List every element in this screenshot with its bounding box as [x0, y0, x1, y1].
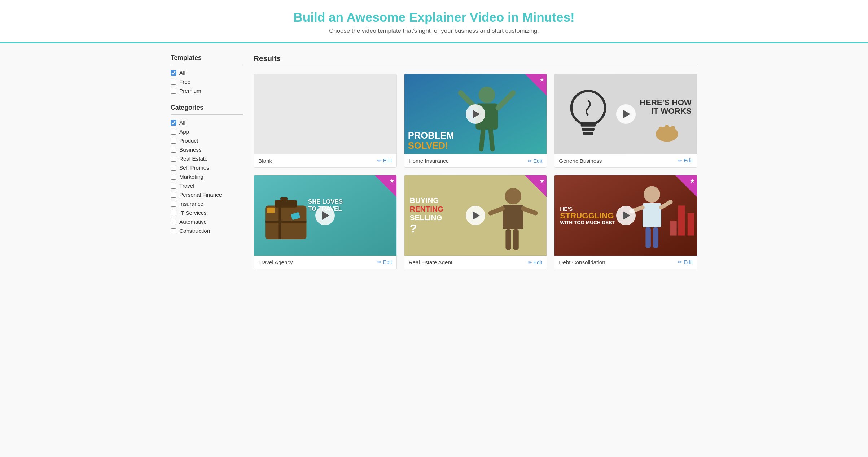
svg-rect-11 [583, 132, 593, 135]
card-debt-label: Debt Consolidation [559, 259, 605, 265]
card-travel-agency[interactable]: SHE LOVES TO TRAVEL ★ Travel Agency ✏ Ed… [254, 175, 397, 269]
premium-badge: ★ [675, 175, 697, 197]
svg-rect-20 [279, 205, 281, 239]
cat-construction-checkbox[interactable] [171, 228, 176, 234]
svg-rect-36 [646, 227, 651, 248]
cat-self-promos-checkbox[interactable] [171, 165, 176, 171]
svg-rect-9 [581, 122, 596, 126]
cat-product-checkbox[interactable] [171, 138, 176, 144]
template-free-checkbox[interactable] [171, 79, 176, 85]
svg-rect-26 [503, 205, 523, 229]
cat-personal-finance[interactable]: Personal Finance [171, 192, 243, 198]
star-icon: ★ [389, 178, 394, 184]
card-blank-footer: Blank ✏ Edit [254, 154, 396, 167]
card-real-estate-edit[interactable]: ✏ Edit [528, 260, 543, 265]
svg-rect-33 [643, 203, 661, 227]
cat-business-checkbox[interactable] [171, 147, 176, 153]
card-generic-business-label: Generic Business [559, 158, 602, 164]
cat-insurance-checkbox[interactable] [171, 201, 176, 207]
cat-business-label: Business [179, 147, 202, 153]
edit-label: Edit [534, 158, 543, 164]
card-blank-label: Blank [258, 158, 272, 164]
cat-insurance-label: Insurance [179, 201, 203, 207]
cat-all-checkbox[interactable] [171, 120, 176, 126]
cat-self-promos[interactable]: Self Promos [171, 165, 243, 171]
template-premium-checkbox[interactable] [171, 88, 176, 94]
svg-rect-30 [513, 229, 519, 250]
results-grid: Blank ✏ Edit [254, 74, 697, 269]
cat-real-estate[interactable]: Real Estate [171, 156, 243, 162]
premium-badge: ★ [525, 175, 547, 197]
card-home-insurance-edit[interactable]: ✏ Edit [528, 158, 543, 164]
star-icon: ★ [539, 178, 544, 184]
cat-automative[interactable]: Automative [171, 219, 243, 225]
problem-solved-text: PROBLEM SOLVED! [408, 130, 454, 151]
template-premium[interactable]: Premium [171, 88, 243, 94]
cat-marketing-checkbox[interactable] [171, 174, 176, 180]
cat-app-checkbox[interactable] [171, 129, 176, 135]
templates-group: Templates All Free Premium [171, 54, 243, 94]
premium-badge: ★ [375, 175, 396, 197]
card-generic-business[interactable]: HERE'S HOW IT WORKS Generic Business ✏ E… [554, 74, 697, 168]
buying-renting-text: BUYING RENTING SELLING ? [410, 196, 444, 235]
template-premium-label: Premium [179, 88, 201, 94]
card-travel-agency-thumb: SHE LOVES TO TRAVEL ★ [254, 175, 396, 256]
cat-construction[interactable]: Construction [171, 228, 243, 234]
cat-real-estate-checkbox[interactable] [171, 156, 176, 162]
card-generic-business-edit[interactable]: ✏ Edit [678, 158, 693, 164]
template-free-label: Free [179, 79, 190, 85]
svg-rect-29 [505, 229, 511, 250]
categories-title: Categories [171, 104, 243, 115]
play-button[interactable] [466, 104, 485, 124]
svg-line-5 [481, 130, 483, 149]
card-real-estate[interactable]: BUYING RENTING SELLING ? ★ Real Estate A… [404, 175, 547, 269]
categories-group: Categories All App Product Business Real… [171, 104, 243, 234]
card-travel-agency-edit[interactable]: ✏ Edit [377, 259, 392, 265]
cat-automative-label: Automative [179, 219, 207, 225]
svg-rect-37 [653, 227, 658, 248]
svg-point-32 [644, 186, 661, 203]
edit-label: Edit [684, 259, 693, 265]
svg-rect-40 [670, 221, 677, 236]
edit-label: Edit [684, 158, 693, 164]
cat-it-services-checkbox[interactable] [171, 210, 176, 216]
card-home-insurance-footer: Home Insurance ✏ Edit [404, 154, 547, 167]
svg-rect-38 [678, 205, 685, 235]
card-debt-edit[interactable]: ✏ Edit [678, 259, 693, 265]
cat-app[interactable]: App [171, 129, 243, 135]
play-button[interactable] [616, 206, 636, 225]
play-button[interactable] [315, 206, 335, 225]
pencil-icon: ✏ [678, 158, 682, 164]
cat-travel-checkbox[interactable] [171, 183, 176, 189]
cat-all[interactable]: All [171, 119, 243, 126]
template-all[interactable]: All [171, 70, 243, 76]
main-layout: Templates All Free Premium Categories Al… [163, 43, 705, 280]
card-home-insurance-thumb: PROBLEM SOLVED! ★ [404, 74, 547, 154]
svg-rect-10 [582, 128, 595, 131]
cat-personal-finance-checkbox[interactable] [171, 192, 176, 198]
template-free[interactable]: Free [171, 79, 243, 85]
cat-it-services[interactable]: IT Services [171, 210, 243, 216]
card-real-estate-footer: Real Estate Agent ✏ Edit [404, 256, 547, 269]
svg-rect-18 [275, 200, 297, 208]
card-blank[interactable]: Blank ✏ Edit [254, 74, 397, 168]
cat-product[interactable]: Product [171, 138, 243, 144]
play-button[interactable] [616, 104, 636, 124]
edit-label: Edit [534, 260, 543, 265]
page-header: Build an Awesome Explainer Video in Minu… [0, 0, 868, 43]
cat-business[interactable]: Business [171, 147, 243, 153]
svg-rect-23 [267, 208, 275, 213]
cat-insurance[interactable]: Insurance [171, 201, 243, 207]
pencil-icon: ✏ [678, 259, 682, 265]
card-home-insurance[interactable]: PROBLEM SOLVED! ★ Home Insurance ✏ Edit [404, 74, 547, 168]
card-blank-edit[interactable]: ✏ Edit [377, 158, 392, 164]
play-button[interactable] [466, 206, 485, 225]
cat-automative-checkbox[interactable] [171, 219, 176, 225]
cat-travel[interactable]: Travel [171, 183, 243, 189]
cat-marketing[interactable]: Marketing [171, 174, 243, 180]
card-debt[interactable]: HE'S STRUGGLING WITH TOO MUCH DEBT ★ Deb… [554, 175, 697, 269]
template-all-checkbox[interactable] [171, 70, 176, 76]
card-blank-thumb [254, 74, 396, 154]
templates-title: Templates [171, 54, 243, 65]
heres-how-text: HERE'S HOW IT WORKS [640, 98, 692, 149]
